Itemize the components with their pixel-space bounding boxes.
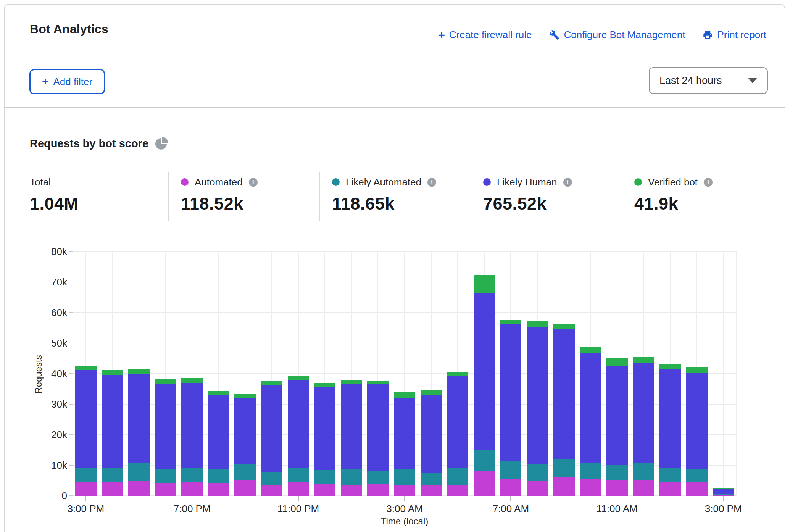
x-tick xyxy=(404,496,405,501)
bar-segment-verified-bot xyxy=(394,392,415,398)
bar-2-00-pm xyxy=(686,367,708,496)
bar-segment-likely-human xyxy=(102,375,123,468)
bar-12-00-pm xyxy=(633,357,654,496)
bar-7-00-am xyxy=(500,320,521,496)
bar-segment-likely-human xyxy=(394,398,415,469)
bar-segment-likely-human xyxy=(208,395,229,469)
y-tick-label: 0 xyxy=(21,490,67,502)
bar-segment-verified-bot xyxy=(234,394,256,398)
x-tick xyxy=(73,496,73,501)
x-tick-label: 7:00 AM xyxy=(493,503,529,515)
y-tick xyxy=(69,251,73,252)
x-tick xyxy=(192,496,192,501)
bar-segment-likely-human xyxy=(155,384,176,469)
bar-3-00-am xyxy=(394,392,415,496)
bar-segment-likely-automated xyxy=(421,473,442,485)
bar-segment-automated xyxy=(527,481,548,496)
x-tick xyxy=(723,496,724,501)
y-tick xyxy=(69,312,73,313)
bar-segment-verified-bot xyxy=(181,378,203,383)
bar-segment-likely-automated xyxy=(474,450,495,471)
bar-segment-likely-human xyxy=(181,383,203,468)
bar-segment-likely-automated xyxy=(580,463,601,479)
bar-segment-likely-human xyxy=(447,376,468,468)
bar-6-00-am xyxy=(474,275,495,496)
bar-segment-verified-bot xyxy=(421,390,442,394)
bar-6-00-pm xyxy=(155,379,176,496)
bar-segment-automated xyxy=(261,485,282,496)
bar-10-00-pm xyxy=(261,381,282,496)
bar-segment-verified-bot xyxy=(447,372,468,376)
y-tick-label: 80k xyxy=(21,246,67,258)
y-tick xyxy=(69,495,73,496)
y-tick-label: 50k xyxy=(21,337,67,349)
bar-segment-automated xyxy=(234,480,256,496)
x-tick-label: 11:00 PM xyxy=(277,503,319,515)
bar-segment-likely-automated xyxy=(261,472,282,485)
bar-segment-likely-automated xyxy=(181,468,203,482)
bar-11-00-am xyxy=(606,358,628,496)
bar-segment-automated xyxy=(447,485,468,496)
bar-segment-likely-human xyxy=(580,353,601,463)
x-tick-label: 3:00 PM xyxy=(705,503,742,515)
bar-8-00-pm xyxy=(208,391,229,496)
bar-segment-likely-automated xyxy=(633,463,654,480)
bar-segment-verified-bot xyxy=(659,364,681,369)
bar-segment-automated xyxy=(580,479,601,496)
y-tick xyxy=(69,465,73,466)
bar-segment-automated xyxy=(474,471,495,496)
bar-segment-likely-human xyxy=(367,384,389,471)
y-tick xyxy=(69,373,73,374)
bar-segment-likely-human xyxy=(713,489,734,494)
y-tick-label: 60k xyxy=(21,307,67,319)
bar-segment-likely-human xyxy=(527,327,548,464)
bar-segment-automated xyxy=(181,482,203,496)
bar-segment-verified-bot xyxy=(128,369,150,374)
y-tick xyxy=(69,343,73,343)
bar-5-00-pm xyxy=(128,369,150,496)
bar-segment-likely-human xyxy=(341,384,362,469)
bar-4-00-am xyxy=(421,390,442,496)
bar-segment-likely-human xyxy=(314,387,335,470)
bar-11-00-pm xyxy=(288,376,309,496)
bar-segment-automated xyxy=(421,485,442,496)
x-tick xyxy=(510,496,511,501)
bar-segment-automated xyxy=(394,485,415,496)
bar-segment-automated xyxy=(553,477,575,496)
bar-segment-verified-bot xyxy=(314,383,335,387)
bar-9-00-am xyxy=(553,324,575,496)
y-tick-label: 40k xyxy=(21,368,67,380)
y-tick xyxy=(69,282,73,282)
bar-3-00-pm xyxy=(75,366,97,496)
bar-4-00-pm xyxy=(102,370,123,496)
x-tick xyxy=(298,496,299,501)
bar-segment-likely-automated xyxy=(686,469,708,482)
bar-segment-verified-bot xyxy=(155,379,176,384)
bar-segment-likely-automated xyxy=(527,464,548,481)
bar-segment-likely-automated xyxy=(234,464,256,480)
bar-segment-automated xyxy=(633,480,654,496)
bar-segment-verified-bot xyxy=(686,367,708,373)
x-tick-label: 3:00 AM xyxy=(386,503,422,515)
bar-10-00-am xyxy=(580,347,601,496)
y-tick xyxy=(69,434,73,435)
bar-segment-likely-automated xyxy=(288,468,309,482)
bar-segment-automated xyxy=(686,482,708,496)
bar-segment-likely-automated xyxy=(208,469,229,483)
bar-segment-likely-automated xyxy=(500,461,521,479)
y-tick-label: 10k xyxy=(21,459,67,471)
bar-segment-verified-bot xyxy=(288,376,309,380)
bar-segment-verified-bot xyxy=(527,321,548,327)
y-tick-label: 30k xyxy=(21,398,67,410)
bar-segment-automated xyxy=(314,484,335,496)
x-tick-label: 11:00 AM xyxy=(597,503,638,515)
bar-segment-likely-automated xyxy=(659,468,681,481)
bar-segment-likely-human xyxy=(128,374,150,463)
x-tick xyxy=(85,496,86,501)
bar-7-00-pm xyxy=(181,378,203,496)
bar-segment-automated xyxy=(128,481,150,496)
bar-segment-automated xyxy=(500,479,521,496)
y-tick-label: 70k xyxy=(21,276,67,288)
bar-segment-automated xyxy=(659,482,681,496)
bar-segment-verified-bot xyxy=(553,324,575,329)
